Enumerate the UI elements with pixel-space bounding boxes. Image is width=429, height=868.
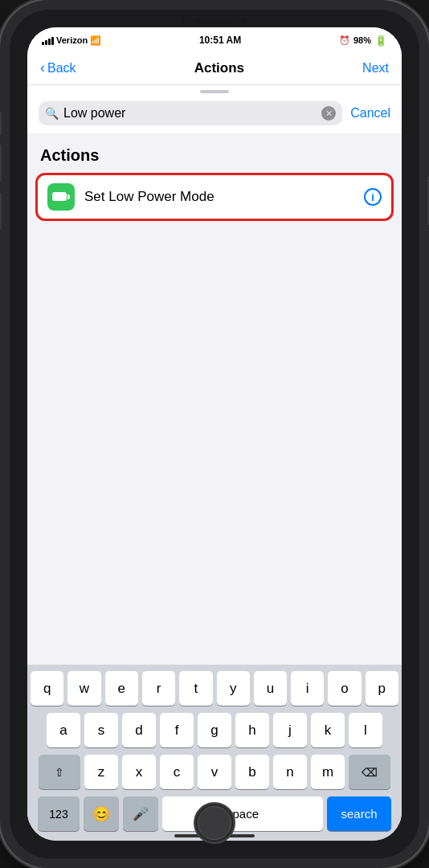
drag-indicator xyxy=(27,85,402,96)
key-h[interactable]: h xyxy=(235,713,269,747)
nav-title: Actions xyxy=(194,60,244,76)
alarm-icon: ⏰ xyxy=(339,35,350,46)
space-key[interactable]: space xyxy=(162,796,323,831)
search-key[interactable]: search xyxy=(327,796,391,831)
shift-key[interactable]: ⇧ xyxy=(39,755,80,789)
search-icon: 🔍 xyxy=(45,107,59,120)
sensor xyxy=(241,18,247,24)
next-button[interactable]: Next xyxy=(362,61,389,76)
keyboard-row-2: a s d f g h j k l xyxy=(31,713,398,747)
front-camera xyxy=(182,18,188,24)
back-label: Back xyxy=(47,61,76,76)
wifi-icon: 📶 xyxy=(90,35,101,46)
key-c[interactable]: c xyxy=(160,755,194,789)
key-q[interactable]: q xyxy=(31,671,63,706)
status-left: Verizon 📶 xyxy=(42,35,101,46)
numbers-key[interactable]: 123 xyxy=(38,796,80,831)
battery-icon: 🔋 xyxy=(374,35,387,47)
key-f[interactable]: f xyxy=(160,713,194,747)
status-bar: Verizon 📶 10:51 AM ⏰ 98% 🔋 xyxy=(27,27,402,53)
status-right: ⏰ 98% 🔋 xyxy=(339,35,387,47)
key-m[interactable]: m xyxy=(311,755,345,789)
search-clear-button[interactable]: ✕ xyxy=(321,106,336,121)
top-sensors xyxy=(182,18,247,24)
carrier-name: Verizon xyxy=(56,35,88,45)
phone-frame: Verizon 📶 10:51 AM ⏰ 98% 🔋 ‹ Back Action… xyxy=(0,0,429,868)
key-x[interactable]: x xyxy=(122,755,156,789)
search-section: 🔍 Low power ✕ Cancel xyxy=(27,96,402,133)
action-row-set-low-power-mode[interactable]: Set Low Power Mode i xyxy=(35,173,394,221)
signal-bar-2 xyxy=(45,40,47,45)
key-j[interactable]: j xyxy=(273,713,307,747)
key-s[interactable]: s xyxy=(84,713,118,747)
key-g[interactable]: g xyxy=(198,713,231,747)
key-v[interactable]: v xyxy=(198,755,231,789)
key-y[interactable]: y xyxy=(217,671,250,706)
drag-pill xyxy=(200,90,229,93)
battery-pct: 98% xyxy=(353,35,371,45)
action-icon-battery xyxy=(47,183,75,211)
volume-down-button xyxy=(0,193,2,229)
key-d[interactable]: d xyxy=(122,713,156,747)
key-r[interactable]: r xyxy=(142,671,175,706)
backspace-key[interactable]: ⌫ xyxy=(349,755,390,789)
content-area: Actions Set Low Power Mode i xyxy=(27,133,402,665)
phone-inner: Verizon 📶 10:51 AM ⏰ 98% 🔋 ‹ Back Action… xyxy=(10,10,419,858)
nav-bar: ‹ Back Actions Next xyxy=(27,53,402,85)
home-button-inner xyxy=(198,806,231,840)
key-t[interactable]: t xyxy=(179,671,212,706)
search-bar[interactable]: 🔍 Low power ✕ xyxy=(39,101,342,125)
earpiece-speaker xyxy=(194,18,235,23)
chevron-left-icon: ‹ xyxy=(40,59,45,76)
mic-key[interactable]: 🎤 xyxy=(123,796,158,831)
status-time: 10:51 AM xyxy=(199,35,241,46)
signal-bar-4 xyxy=(51,37,54,45)
key-b[interactable]: b xyxy=(235,755,269,789)
keyboard-row-3: ⇧ z x c v b n m ⌫ xyxy=(31,755,398,789)
screen: Verizon 📶 10:51 AM ⏰ 98% 🔋 ‹ Back Action… xyxy=(27,27,402,841)
signal-bars xyxy=(42,35,54,45)
mute-switch xyxy=(0,113,2,135)
key-a[interactable]: a xyxy=(47,713,80,747)
signal-bar-3 xyxy=(48,39,51,45)
key-k[interactable]: k xyxy=(311,713,345,747)
search-input[interactable]: Low power xyxy=(63,106,317,121)
home-button[interactable] xyxy=(194,802,235,844)
key-w[interactable]: w xyxy=(67,671,100,706)
key-u[interactable]: u xyxy=(254,671,287,706)
key-i[interactable]: i xyxy=(291,671,324,706)
search-cancel-button[interactable]: Cancel xyxy=(342,106,390,121)
key-l[interactable]: l xyxy=(349,713,382,747)
key-o[interactable]: o xyxy=(328,671,361,706)
action-label-set-low-power-mode: Set Low Power Mode xyxy=(84,189,364,205)
key-z[interactable]: z xyxy=(84,755,118,789)
key-n[interactable]: n xyxy=(273,755,307,789)
action-info-button[interactable]: i xyxy=(364,188,382,206)
volume-up-button xyxy=(0,145,2,181)
back-button[interactable]: ‹ Back xyxy=(40,59,76,76)
key-e[interactable]: e xyxy=(105,671,138,706)
signal-bar-1 xyxy=(42,42,44,45)
section-header: Actions xyxy=(27,146,402,173)
emoji-key[interactable]: 😊 xyxy=(84,796,119,831)
key-p[interactable]: p xyxy=(366,671,398,706)
keyboard-row-1: q w e r t y u i o p xyxy=(31,671,398,706)
